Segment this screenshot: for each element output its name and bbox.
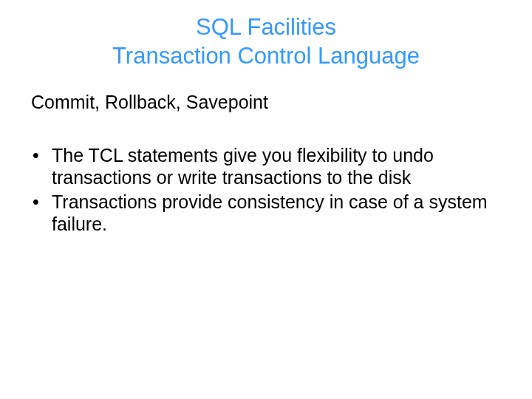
- slide-title-line1: SQL Facilities: [30, 13, 502, 42]
- bullet-icon: •: [33, 191, 39, 214]
- slide-title-block: SQL Facilities Transaction Control Langu…: [30, 13, 502, 71]
- bullet-icon: •: [33, 144, 39, 167]
- slide-title-line2: Transaction Control Language: [30, 42, 502, 71]
- bullet-list: • The TCL statements give you flexibilit…: [30, 144, 502, 236]
- bullet-text: Transactions provide consistency in case…: [52, 191, 488, 235]
- list-item: • Transactions provide consistency in ca…: [31, 191, 502, 236]
- slide-subtitle: Commit, Rollback, Savepoint: [31, 92, 502, 113]
- list-item: • The TCL statements give you flexibilit…: [31, 144, 502, 189]
- bullet-text: The TCL statements give you flexibility …: [52, 145, 434, 188]
